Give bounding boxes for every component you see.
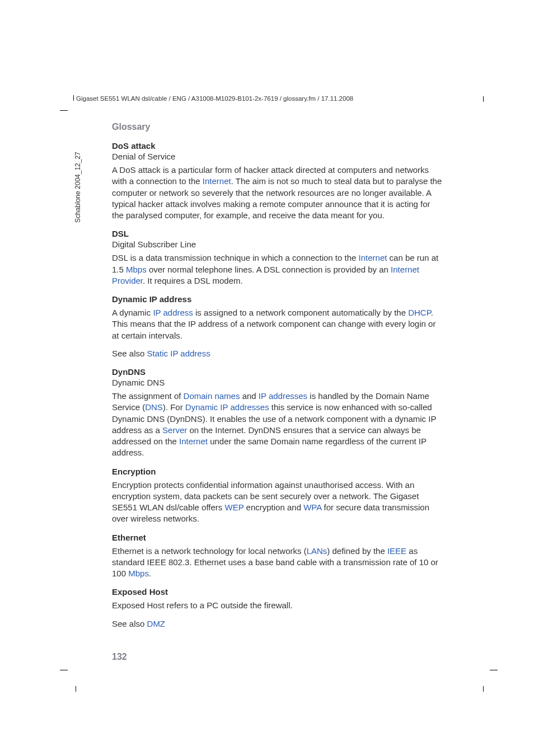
header-path: Gigaset SE551 WLAN dsl/cable / ENG / A31… — [76, 95, 353, 102]
link-dns[interactable]: DNS — [145, 402, 163, 412]
main-content: Glossary DoS attack Denial of Service A … — [112, 122, 442, 636]
sidebar-template-label: Schablone 2004_12_27 — [74, 152, 82, 223]
text: ). For — [163, 402, 185, 412]
text: over normal telephone lines. A DSL conne… — [147, 265, 391, 274]
link-ip-addresses[interactable]: IP addresses — [259, 391, 307, 401]
link-static-ip[interactable]: Static IP address — [147, 349, 210, 358]
link-mbps[interactable]: Mbps — [128, 569, 149, 578]
term-ethernet: Ethernet — [112, 533, 442, 542]
link-mbps[interactable]: Mbps — [126, 265, 147, 274]
crop-mark — [60, 670, 68, 670]
term-dsl: DSL — [112, 229, 442, 238]
term-dyndns: DynDNS — [112, 367, 442, 377]
link-dynamic-ip-addresses[interactable]: Dynamic IP addresses — [185, 402, 269, 412]
section-title: Glossary — [112, 122, 442, 132]
term-encryption: Encryption — [112, 467, 442, 476]
crop-mark — [76, 686, 76, 692]
para-dos: A DoS attack is a particular form of hac… — [112, 165, 442, 221]
para-encryption: Encryption protects confidential informa… — [112, 480, 442, 525]
text: encryption and — [243, 503, 303, 512]
crop-mark — [490, 670, 498, 670]
header-tick-mark — [73, 95, 74, 101]
link-ip-address[interactable]: IP address — [153, 308, 193, 317]
crop-mark — [483, 686, 484, 692]
link-internet[interactable]: Internet — [359, 253, 387, 262]
text: The assignment of — [112, 391, 184, 401]
para-dsl: DSL is a data transmission technique in … — [112, 252, 442, 287]
text: A dynamic — [112, 308, 153, 317]
crop-mark — [60, 110, 68, 111]
text: . — [149, 569, 151, 578]
para-exposed-1: Exposed Host refers to a PC outside the … — [112, 600, 442, 611]
text: . It requires a DSL modem. — [143, 276, 243, 285]
link-server[interactable]: Server — [162, 425, 187, 435]
crop-mark — [483, 96, 484, 102]
link-internet[interactable]: Internet — [179, 436, 208, 446]
para-dynip-1: A dynamic IP address is assigned to a ne… — [112, 307, 442, 341]
text: is assigned to a network component autom… — [193, 308, 408, 317]
text: See also — [112, 619, 147, 628]
page-number: 132 — [112, 652, 127, 662]
para-dyndns: The assignment of Domain names and IP ad… — [112, 391, 442, 459]
subterm-dsl: Digital Subscriber Line — [112, 240, 442, 249]
link-internet[interactable]: Internet — [203, 176, 231, 186]
text: Ethernet is a network technology for loc… — [112, 546, 307, 556]
para-ethernet: Ethernet is a network technology for loc… — [112, 546, 442, 580]
term-dos-attack: DoS attack — [112, 141, 442, 151]
link-dhcp[interactable]: DHCP — [408, 308, 431, 317]
subterm-dos: Denial of Service — [112, 152, 442, 161]
subterm-dyndns: Dynamic DNS — [112, 378, 442, 387]
link-domain-names[interactable]: Domain names — [184, 391, 240, 401]
link-dmz[interactable]: DMZ — [147, 619, 166, 628]
text: and — [240, 391, 258, 401]
text: ) defined by the — [327, 546, 387, 556]
term-exposed-host: Exposed Host — [112, 587, 442, 597]
text: DSL is a data transmission technique in … — [112, 253, 359, 262]
term-dynamic-ip: Dynamic IP address — [112, 294, 442, 304]
link-ieee[interactable]: IEEE — [387, 546, 406, 556]
link-wep[interactable]: WEP — [225, 503, 244, 512]
para-dynip-2: See also Static IP address — [112, 348, 442, 359]
text: See also — [112, 349, 147, 358]
para-exposed-2: See also DMZ — [112, 618, 442, 630]
link-lans[interactable]: LANs — [307, 546, 327, 556]
link-wpa[interactable]: WPA — [303, 503, 321, 512]
